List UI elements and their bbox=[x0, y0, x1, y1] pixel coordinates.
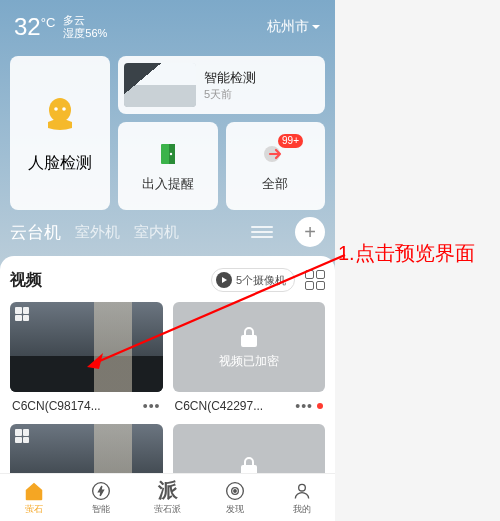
bottom-tabbar: 萤石 智能 派 萤石派 发现 我的 bbox=[0, 473, 335, 521]
layout-grid-icon[interactable] bbox=[305, 270, 325, 290]
smart-thumb bbox=[124, 63, 196, 107]
play-icon bbox=[216, 272, 232, 288]
tab-indoor[interactable]: 室内机 bbox=[134, 223, 179, 242]
tabbar-discover-label: 发现 bbox=[226, 503, 244, 516]
svg-point-5 bbox=[170, 153, 172, 155]
tab-ptz[interactable]: 云台机 bbox=[10, 221, 61, 244]
pai-icon: 派 bbox=[157, 480, 179, 502]
phone-screen: 32 °C 多云 湿度56% 杭州市 人脸检测 智能检测 5天前 bbox=[0, 0, 335, 521]
video-card-1[interactable]: C6CN(C98174... ••• bbox=[10, 302, 163, 414]
video-panel: 视频 5个摄像机 C6CN(C98174... ••• 视频已加密 bbox=[0, 256, 335, 473]
video-card-3[interactable] bbox=[10, 424, 163, 473]
status-bar: 32 °C 多云 湿度56% 杭州市 bbox=[0, 0, 335, 46]
video-more-2[interactable]: ••• bbox=[295, 398, 313, 414]
discover-icon bbox=[224, 480, 246, 502]
tabbar-mine[interactable]: 我的 bbox=[268, 474, 335, 521]
tabbar-home[interactable]: 萤石 bbox=[0, 474, 67, 521]
access-label: 出入提醒 bbox=[142, 175, 194, 193]
door-icon bbox=[153, 139, 183, 169]
lock-icon bbox=[237, 455, 261, 473]
tab-menu-icon[interactable] bbox=[251, 221, 273, 243]
tabbar-pai-label: 萤石派 bbox=[154, 503, 181, 516]
tabbar-mine-label: 我的 bbox=[293, 503, 311, 516]
weather-info: 多云 湿度56% bbox=[63, 14, 107, 40]
video-thumb-1[interactable] bbox=[10, 302, 163, 392]
feature-cards: 人脸检测 智能检测 5天前 出入提醒 99+ bbox=[10, 56, 325, 210]
svg-point-0 bbox=[49, 98, 71, 122]
home-icon bbox=[23, 480, 45, 502]
video-name-2: C6CN(C42297... bbox=[175, 399, 292, 413]
chevron-down-icon bbox=[311, 22, 321, 32]
lock-icon bbox=[237, 325, 261, 349]
bolt-icon bbox=[90, 480, 112, 502]
temperature: 32 °C bbox=[14, 13, 55, 41]
city-select[interactable]: 杭州市 bbox=[267, 18, 321, 36]
add-button[interactable]: + bbox=[295, 217, 325, 247]
all-label: 全部 bbox=[262, 175, 288, 193]
red-dot-icon bbox=[317, 403, 323, 409]
face-icon bbox=[41, 93, 79, 131]
video-card-4[interactable] bbox=[173, 424, 326, 473]
video-thumb-4[interactable] bbox=[173, 424, 326, 473]
panel-title: 视频 bbox=[10, 270, 42, 291]
card-face-label: 人脸检测 bbox=[28, 153, 92, 174]
video-card-2[interactable]: 视频已加密 C6CN(C42297... ••• bbox=[173, 302, 326, 414]
brand-dots-icon bbox=[15, 429, 29, 443]
panel-header: 视频 5个摄像机 bbox=[10, 268, 325, 292]
tabbar-smart-label: 智能 bbox=[92, 503, 110, 516]
tab-outdoor[interactable]: 室外机 bbox=[75, 223, 120, 242]
card-all[interactable]: 99+ 全部 bbox=[226, 122, 326, 210]
card-access[interactable]: 出入提醒 bbox=[118, 122, 218, 210]
annotation-text: 1.点击预览界面 bbox=[338, 240, 498, 266]
badge-99: 99+ bbox=[278, 134, 303, 148]
card-face-detect[interactable]: 人脸检测 bbox=[10, 56, 110, 210]
card-smart-detect[interactable]: 智能检测 5天前 bbox=[118, 56, 325, 114]
video-thumb-2[interactable]: 视频已加密 bbox=[173, 302, 326, 392]
video-more-1[interactable]: ••• bbox=[143, 398, 161, 414]
tabbar-smart[interactable]: 智能 bbox=[67, 474, 134, 521]
annotation: 1.点击预览界面 bbox=[338, 240, 498, 266]
weather-text: 多云 bbox=[63, 14, 107, 27]
camera-count-pill[interactable]: 5个摄像机 bbox=[211, 268, 295, 292]
svg-point-11 bbox=[298, 484, 305, 491]
tabbar-home-label: 萤石 bbox=[25, 503, 43, 516]
brand-dots-icon bbox=[15, 307, 29, 321]
locked-text: 视频已加密 bbox=[219, 353, 279, 370]
video-grid: C6CN(C98174... ••• 视频已加密 C6CN(C42297... … bbox=[10, 302, 325, 473]
category-tabs: 云台机 室外机 室内机 + bbox=[0, 210, 335, 254]
humidity-text: 湿度56% bbox=[63, 27, 107, 40]
temp-unit: °C bbox=[41, 15, 56, 30]
temp-value: 32 bbox=[14, 13, 41, 41]
video-name-1: C6CN(C98174... bbox=[12, 399, 139, 413]
pill-text: 5个摄像机 bbox=[236, 273, 286, 288]
city-label: 杭州市 bbox=[267, 18, 309, 36]
user-icon bbox=[291, 480, 313, 502]
svg-point-10 bbox=[233, 489, 236, 492]
svg-point-2 bbox=[62, 107, 66, 111]
smart-title: 智能检测 bbox=[204, 69, 256, 87]
tabbar-pai[interactable]: 派 萤石派 bbox=[134, 474, 201, 521]
video-thumb-3[interactable] bbox=[10, 424, 163, 473]
tabbar-discover[interactable]: 发现 bbox=[201, 474, 268, 521]
svg-point-1 bbox=[54, 107, 58, 111]
smart-sub: 5天前 bbox=[204, 87, 256, 102]
